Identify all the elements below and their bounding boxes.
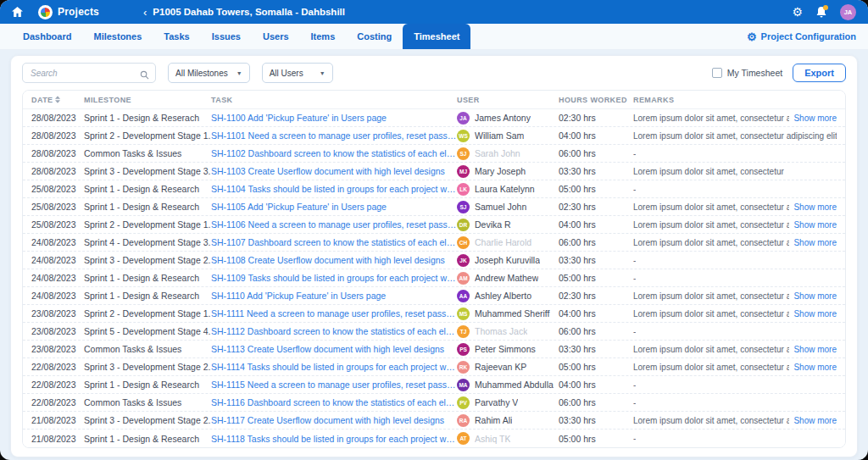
show-more-link[interactable]: Show more — [793, 309, 837, 319]
user-name: Joseph Kuruvilla — [475, 255, 540, 265]
row-user: CH Charlie Harold — [457, 236, 559, 249]
user-avatar: TJ — [457, 325, 470, 338]
row-date: 24/08/2023 — [31, 291, 84, 301]
table-row: 22/08/2023 Sprint 1 - Design & Research … — [23, 376, 845, 394]
row-user: SJ Samuel John — [457, 201, 559, 213]
project-title: P1005 Dahab Towers, Somalla - Dahbshill — [153, 7, 345, 17]
table-row: 24/08/2023 Sprint 1 - Design & Research … — [23, 269, 845, 287]
column-header-date[interactable]: Date — [31, 96, 84, 104]
show-more-link[interactable]: Show more — [793, 416, 837, 425]
tab-milestones[interactable]: Milestones — [82, 24, 153, 49]
my-timesheet-toggle[interactable]: My Timesheet — [712, 68, 782, 78]
row-user: TJ Thomas Jack — [457, 325, 559, 338]
search-input[interactable] — [22, 63, 156, 83]
show-more-link[interactable]: Show more — [793, 220, 837, 230]
milestone-filter-value: All Milestones — [175, 69, 228, 78]
row-task-link[interactable]: SH-1101 Need a screen to manage user pro… — [211, 130, 457, 141]
show-more-link[interactable]: Show more — [793, 363, 837, 372]
table-header-row: Date Milestone Task User Hours Worked Re… — [23, 91, 845, 109]
export-button[interactable]: Export — [793, 64, 846, 82]
user-name: Parvathy V — [475, 397, 518, 407]
show-more-link[interactable]: Show more — [793, 291, 837, 301]
column-header-task: Task — [211, 96, 457, 104]
row-user: PV Parvathy V — [457, 396, 559, 409]
table-row: 25/08/2023 Sprint 1 - Design & Research … — [23, 180, 845, 198]
user-name: Thomas Jack — [475, 326, 527, 336]
project-configuration-button[interactable]: ⚙ Project Configuration — [747, 24, 856, 49]
row-milestone: Sprint 3 - Development Stage 2.. — [84, 415, 211, 425]
row-date: 25/08/2023 — [31, 219, 84, 230]
row-task-link[interactable]: SH-1109 Tasks should be listed in groups… — [211, 273, 457, 283]
row-task-link[interactable]: SH-1116 Dashboard screen to know the sta… — [211, 397, 457, 407]
row-date: 28/08/2023 — [31, 166, 84, 176]
sort-icon[interactable] — [55, 96, 60, 103]
row-milestone: Sprint 3 - Development Stage 2.. — [84, 362, 211, 372]
show-more-link[interactable]: Show more — [793, 345, 837, 354]
row-hours-worked: 03:30 hrs — [559, 415, 633, 425]
row-user: AT Ashiq TK — [457, 432, 559, 445]
row-task-link[interactable]: SH-1111 Need a screen to manage user pro… — [211, 308, 457, 319]
row-remarks: Lorem ipsum dolor sit amet, consectetur … — [633, 416, 837, 425]
row-remarks: Lorem ipsum dolor sit amet, consectetur … — [633, 345, 837, 354]
row-user: AM Andrew Mathew — [457, 272, 559, 285]
row-task-link[interactable]: SH-1106 Need a screen to manage user pro… — [211, 219, 457, 230]
notifications-bell-icon[interactable] — [816, 7, 826, 18]
row-task-link[interactable]: SH-1110 Add 'Pickup Feature' in Users pa… — [211, 291, 457, 301]
user-filter-dropdown[interactable]: All Users ▼ — [262, 63, 333, 83]
remark-text: - — [633, 434, 636, 443]
row-task-link[interactable]: SH-1114 Tasks should be listed in groups… — [211, 362, 457, 372]
user-filter-value: All Users — [270, 69, 303, 78]
row-task-link[interactable]: SH-1107 Dashboard screen to know the sta… — [211, 237, 457, 247]
row-task-link[interactable]: SH-1104 Tasks should be listed in groups… — [211, 184, 457, 194]
home-icon[interactable] — [12, 7, 23, 17]
row-task-link[interactable]: SH-1112 Dashboard screen to know the sta… — [211, 326, 457, 336]
row-date: 28/08/2023 — [31, 148, 84, 158]
row-task-link[interactable]: SH-1115 Need a screen to manage user pro… — [211, 380, 457, 390]
filter-bar: All Milestones ▼ All Users ▼ My Timeshee… — [22, 63, 846, 83]
project-configuration-label: Project Configuration — [761, 31, 856, 42]
row-task-link[interactable]: SH-1118 Tasks should be listed in groups… — [211, 434, 457, 444]
user-avatar: WS — [457, 130, 470, 142]
row-hours-worked: 05:00 hrs — [559, 184, 633, 194]
tab-items[interactable]: Items — [300, 24, 347, 49]
settings-gear-icon[interactable]: ⚙ — [792, 6, 803, 18]
row-date: 22/08/2023 — [31, 397, 84, 407]
row-task-link[interactable]: SH-1105 Add 'Pickup Feature' in Users pa… — [211, 202, 457, 212]
app-logo[interactable]: Projects — [38, 5, 99, 19]
timesheet-card: All Milestones ▼ All Users ▼ My Timeshee… — [10, 55, 858, 457]
row-date: 25/08/2023 — [31, 202, 84, 212]
row-task-link[interactable]: SH-1103 Create Userflow document with hi… — [211, 166, 457, 176]
my-timesheet-checkbox[interactable] — [712, 68, 722, 78]
user-name: Ashiq TK — [475, 434, 510, 444]
tab-timesheet[interactable]: Timesheet — [403, 24, 470, 49]
row-milestone: Sprint 1 - Design & Research — [84, 380, 211, 390]
user-avatar: CH — [457, 236, 470, 249]
row-hours-worked: 02:30 hrs — [559, 202, 633, 212]
row-task-link[interactable]: SH-1102 Dashboard screen to know the sta… — [211, 148, 457, 158]
timesheet-table: Date Milestone Task User Hours Worked Re… — [22, 90, 846, 448]
tab-dashboard[interactable]: Dashboard — [12, 24, 82, 49]
row-task-link[interactable]: SH-1100 Add 'Pickup Feature' in Users pa… — [211, 113, 457, 123]
remark-text: Lorem ipsum dolor sit amet, consectetur … — [633, 202, 789, 212]
show-more-link[interactable]: Show more — [793, 202, 837, 212]
row-task-link[interactable]: SH-1108 Create Userflow document with hi… — [211, 255, 457, 265]
user-avatar: DR — [457, 219, 470, 231]
table-row: 23/08/2023 Common Tasks & Issues SH-1113… — [23, 341, 845, 358]
tab-issues[interactable]: Issues — [201, 24, 252, 49]
show-more-link[interactable]: Show more — [793, 238, 837, 247]
row-task-link[interactable]: SH-1113 Create Userflow document with hi… — [211, 344, 457, 354]
user-avatar[interactable]: JA — [840, 4, 856, 20]
row-remarks: Lorem ipsum dolor sit amet, consectetur … — [633, 220, 837, 230]
tab-tasks[interactable]: Tasks — [153, 24, 200, 49]
row-date: 24/08/2023 — [31, 273, 84, 283]
show-more-link[interactable]: Show more — [793, 114, 837, 123]
table-row: 28/08/2023 Sprint 2 - Development Stage … — [23, 127, 845, 145]
milestone-filter-dropdown[interactable]: All Milestones ▼ — [168, 63, 250, 83]
row-hours-worked: 02:30 hrs — [559, 291, 633, 301]
tab-users[interactable]: Users — [252, 24, 300, 49]
back-chevron-icon[interactable]: ‹ — [143, 7, 147, 18]
tab-costing[interactable]: Costing — [346, 24, 403, 49]
row-task-link[interactable]: SH-1117 Create Userflow document with hi… — [211, 415, 457, 425]
row-hours-worked: 03:30 hrs — [559, 255, 633, 265]
row-hours-worked: 06:00 hrs — [559, 326, 633, 336]
